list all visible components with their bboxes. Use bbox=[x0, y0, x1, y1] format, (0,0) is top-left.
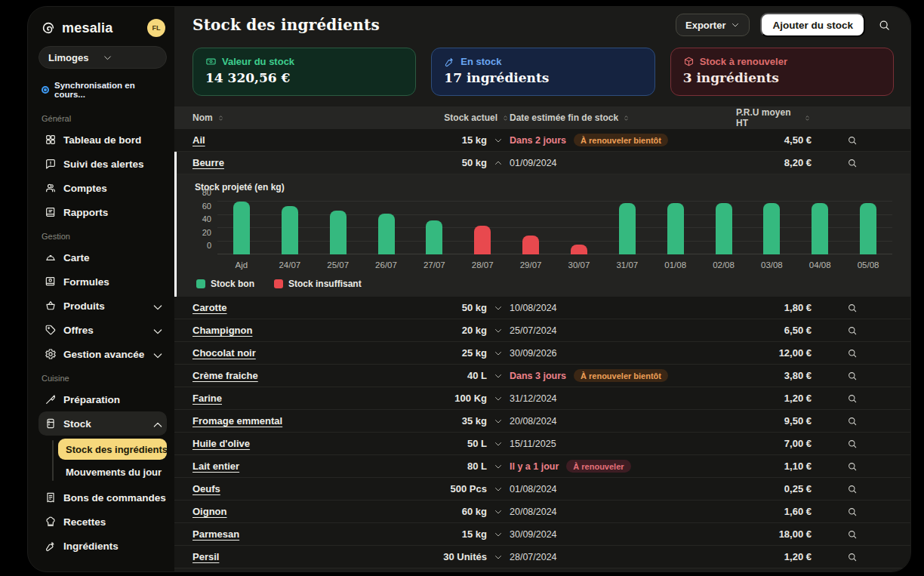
row-stock-chevron[interactable] bbox=[487, 417, 510, 426]
row-price: 4,50 € bbox=[736, 134, 812, 146]
sidebar-item-bons-de-commandes[interactable]: Bons de commandes bbox=[38, 485, 167, 510]
row-detail-button[interactable] bbox=[812, 158, 892, 168]
sidebar-item-preparation[interactable]: Préparation bbox=[38, 387, 167, 411]
sidebar-item-tableau-de-bord[interactable]: Tableau de bord bbox=[38, 128, 167, 152]
row-detail-button[interactable] bbox=[812, 325, 892, 336]
row-name-link[interactable]: Champignon bbox=[192, 325, 374, 336]
sidebar-subitem-mouvements-du-jour[interactable]: Mouvements du jour bbox=[58, 461, 167, 482]
chart-bar bbox=[571, 245, 587, 254]
sidebar-item-ingredients[interactable]: Ingrédients bbox=[38, 534, 167, 558]
row-stock-chevron[interactable] bbox=[487, 439, 510, 448]
row-name-link[interactable]: Ail bbox=[192, 134, 374, 146]
export-button[interactable]: Exporter bbox=[676, 14, 750, 36]
row-price: 8,20 € bbox=[736, 157, 812, 168]
row-name-link[interactable]: Crème fraiche bbox=[192, 370, 374, 381]
column-header-nom[interactable]: Nom bbox=[192, 112, 374, 123]
row-stock-chevron[interactable] bbox=[487, 553, 510, 562]
sidebar-item-formules[interactable]: Formules bbox=[38, 270, 167, 294]
sidebar-subitem-stock-des-ingredients[interactable]: Stock des ingrédients bbox=[58, 439, 167, 460]
row-name-link[interactable]: Oeufs bbox=[192, 483, 374, 494]
row-date-cell: 25/07/2024 bbox=[510, 325, 736, 336]
column-label: Stock actuel bbox=[444, 112, 497, 123]
row-stock-chevron[interactable] bbox=[487, 326, 510, 335]
row-detail-button[interactable] bbox=[812, 135, 892, 146]
row-stock-chevron[interactable] bbox=[487, 159, 510, 168]
row-stock-chevron[interactable] bbox=[487, 394, 510, 403]
legend-swatch bbox=[196, 279, 205, 288]
legend-swatch bbox=[274, 279, 283, 288]
row-date-text: 10/08/2024 bbox=[510, 303, 557, 313]
row-name-link[interactable]: Carotte bbox=[192, 302, 374, 313]
row-name-link[interactable]: Oignon bbox=[192, 506, 374, 517]
row-date-text: 20/08/2024 bbox=[510, 507, 557, 517]
row-stock-chevron[interactable] bbox=[487, 507, 510, 516]
row-date-text: 20/08/2024 bbox=[510, 416, 557, 427]
row-stock-chevron[interactable] bbox=[487, 303, 510, 313]
search-icon bbox=[847, 461, 858, 472]
sidebar-item-suivi-des-alertes[interactable]: Suivi des alertes bbox=[38, 152, 167, 176]
sidebar-item-label: Produits bbox=[63, 300, 145, 312]
row-detail-button[interactable] bbox=[812, 393, 892, 404]
row-detail-button[interactable] bbox=[812, 348, 892, 359]
row-stock-chevron[interactable] bbox=[487, 136, 510, 145]
chart-bar bbox=[522, 236, 539, 254]
row-name-link[interactable]: Farine bbox=[192, 393, 374, 404]
row-stock-value: 30 Unités bbox=[374, 551, 487, 562]
sidebar-item-stock[interactable]: Stock bbox=[38, 411, 167, 436]
row-detail-button[interactable] bbox=[812, 484, 892, 494]
row-stock-chevron[interactable] bbox=[487, 371, 510, 380]
row-date-cell: Il y a 1 jourÀ renouveler bbox=[510, 460, 736, 473]
row-detail-button[interactable] bbox=[812, 439, 892, 449]
sidebar-item-label: Gestion avancée bbox=[63, 349, 145, 360]
row-detail-button[interactable] bbox=[812, 371, 892, 381]
sidebar-item-carte[interactable]: Carte bbox=[38, 245, 167, 270]
row-name-link[interactable]: Chocolat noir bbox=[192, 347, 374, 359]
add-stock-button[interactable]: Ajouter du stock bbox=[760, 13, 865, 37]
chart-legend: Stock bonStock insuffisant bbox=[196, 279, 892, 289]
row-detail-button[interactable] bbox=[812, 552, 892, 562]
chevron-down-icon bbox=[494, 349, 503, 358]
row-stock-chevron[interactable] bbox=[487, 349, 510, 358]
row-name-link[interactable]: Beurre bbox=[192, 157, 374, 168]
main-panel: Stock des ingrédients Exporter Ajouter d… bbox=[174, 7, 910, 571]
row-name-link[interactable]: Lait entier bbox=[192, 460, 374, 472]
chevron-down-icon bbox=[152, 301, 161, 310]
location-select[interactable]: Limoges bbox=[38, 46, 167, 69]
sidebar-item-recettes[interactable]: Recettes bbox=[38, 510, 167, 534]
column-header-stock[interactable]: Stock actuel bbox=[374, 112, 510, 123]
chart-bar-slot bbox=[747, 202, 796, 254]
row-name-link[interactable]: Persil bbox=[192, 551, 374, 562]
row-detail-button[interactable] bbox=[812, 416, 892, 427]
table-body: Ail15 kgDans 2 joursÀ renouveler bientôt… bbox=[174, 129, 910, 568]
row-detail-button[interactable] bbox=[812, 507, 892, 517]
sidebar-item-produits[interactable]: Produits bbox=[38, 294, 167, 318]
user-avatar[interactable]: FL bbox=[147, 19, 165, 37]
legend-label: Stock insuffisant bbox=[288, 279, 362, 289]
row-stock-chevron[interactable] bbox=[487, 485, 510, 494]
table-row: Lait entier80 LIl y a 1 jourÀ renouveler… bbox=[174, 455, 910, 478]
row-detail-button[interactable] bbox=[812, 303, 892, 313]
sidebar-item-rapports[interactable]: Rapports bbox=[38, 200, 167, 224]
row-name-link[interactable]: Fromage emmental bbox=[192, 415, 374, 427]
row-detail-button[interactable] bbox=[812, 461, 892, 472]
sidebar-item-gestion-avancee[interactable]: Gestion avancée bbox=[38, 342, 167, 366]
row-name-link[interactable]: Huile d'olive bbox=[192, 438, 374, 449]
sidebar-item-label: Préparation bbox=[63, 394, 161, 405]
column-header-pru[interactable]: P.R.U moyen HT bbox=[736, 107, 812, 128]
row-stock-chevron[interactable] bbox=[487, 462, 510, 471]
column-header-date[interactable]: Date estimée fin de stock bbox=[510, 112, 736, 123]
sync-status-label: Synchronisation en cours... bbox=[54, 81, 164, 99]
sidebar-item-offres[interactable]: Offres bbox=[38, 318, 167, 342]
x-axis-tick-label: 26/07 bbox=[362, 260, 411, 270]
x-axis-tick-label: 24/07 bbox=[266, 260, 314, 270]
row-stock-chevron[interactable] bbox=[487, 530, 510, 539]
ingredients-table: Nom Stock actuel Date estimée fin de sto… bbox=[174, 106, 910, 571]
chart-bar bbox=[716, 203, 732, 254]
row-name-link[interactable]: Parmesan bbox=[192, 528, 374, 540]
sidebar-item-comptes[interactable]: Comptes bbox=[38, 176, 167, 200]
location-label: Limoges bbox=[48, 52, 103, 63]
sync-status: Synchronisation en cours... bbox=[38, 79, 167, 106]
search-button[interactable] bbox=[873, 14, 895, 36]
row-detail-button[interactable] bbox=[812, 529, 892, 540]
sidebar-item-label: Formules bbox=[63, 276, 161, 288]
